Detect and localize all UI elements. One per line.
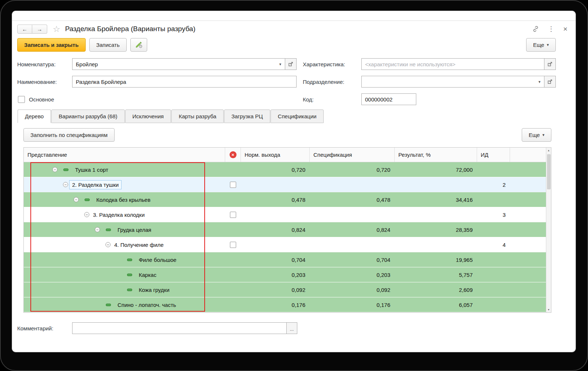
exclude-checkbox[interactable] (230, 182, 236, 188)
tab-6[interactable]: Спецификации (271, 110, 324, 123)
favorite-star-icon[interactable]: ☆ (53, 24, 60, 34)
tree-row[interactable]: Филе большое0,7040,70419,965 (24, 252, 551, 267)
back-button[interactable]: ← (17, 25, 32, 34)
cell-representation: −Грудка целая (24, 227, 225, 233)
tree-node-label: Каркас (139, 272, 156, 278)
tree-node-label: Тушка 1 сорт (75, 167, 108, 173)
cell-norm: 0,478 (241, 197, 310, 203)
cell-representation: −4. Получение филе (24, 242, 225, 248)
tree-node-label: 4. Получение филе (114, 242, 164, 248)
nomenclature-label: Номенклатура: (17, 61, 72, 67)
column-header-norm[interactable]: Норм. выхода (241, 148, 310, 162)
tree-row[interactable]: Кожа грудки0,0920,0922,609 (24, 282, 551, 297)
cell-norm: 0,092 (241, 287, 310, 293)
collapse-icon[interactable]: − (74, 197, 79, 202)
main-checkbox[interactable] (18, 96, 25, 103)
division-input[interactable] (362, 76, 535, 87)
tab-3[interactable]: Исключения (125, 110, 171, 123)
tab-2[interactable]: Варианты разруба (68) (51, 110, 124, 123)
comment-row: Комментарий: ... (17, 322, 556, 334)
tree-row[interactable]: −Тушка 1 сорт0,7200,72072,000 (24, 162, 551, 177)
comment-input[interactable] (72, 323, 286, 334)
tab-4[interactable]: Карты разруба (171, 110, 224, 123)
scrollbar-thumb[interactable] (547, 154, 551, 189)
tree-node-label: Грудка целая (118, 227, 151, 233)
collapse-icon[interactable]: − (105, 242, 111, 247)
characteristic-label: Характеристика: (297, 61, 361, 67)
more-button-panel[interactable]: Еще ▾ (522, 128, 551, 142)
collapse-icon[interactable]: − (63, 182, 68, 187)
name-label: Наименование: (17, 79, 72, 85)
cell-representation: Спино - лопаточ. часть (24, 302, 225, 308)
collapse-icon[interactable]: − (52, 167, 57, 172)
tree-row[interactable]: Каркас0,2030,2035,757 (24, 267, 551, 282)
characteristic-open-icon[interactable] (544, 59, 555, 70)
scroll-up-button[interactable]: ▲ (546, 148, 551, 153)
forward-button[interactable]: → (32, 25, 47, 34)
vertical-scrollbar[interactable]: ▲ ▼ (546, 148, 551, 312)
cell-result: 34,416 (395, 197, 477, 203)
item-icon (63, 168, 68, 171)
cell-spec: 0,720 (310, 167, 395, 173)
tree-row[interactable]: Спино - лопаточ. часть0,1760,1766,057 (24, 297, 551, 312)
panel-toolbar: Заполнить по спецификациям Еще ▾ (23, 128, 551, 142)
tree-node-label: Спино - лопаточ. часть (118, 302, 176, 308)
column-header-filler (510, 148, 551, 162)
tree-row[interactable]: −Грудка целая0,8240,82428,359 (24, 222, 551, 237)
chevron-down-icon: ▾ (542, 133, 544, 137)
column-header-representation[interactable]: Представление (24, 148, 225, 162)
page-title: Разделка Бройлера (Варианты разруба) (65, 25, 196, 33)
close-icon[interactable]: × (563, 25, 567, 33)
tree-row[interactable]: −2. Разделка тушки2 (24, 177, 551, 192)
fill-by-specifications-button[interactable]: Заполнить по спецификациям (23, 128, 115, 142)
tree-row[interactable]: −Колодка без крыльев0,4780,47834,416 (24, 192, 551, 207)
nomenclature-dropdown-icon[interactable]: ▾ (276, 59, 285, 70)
tree-row[interactable]: −3. Разделка колодки3 (24, 207, 551, 222)
cell-spec: 0,478 (310, 197, 395, 203)
tab-1[interactable]: Дерево (18, 110, 51, 123)
item-icon (127, 259, 132, 261)
save-button[interactable]: Записать (89, 38, 127, 52)
tree-table: Представление × Норм. выхода Спецификаци… (23, 147, 551, 313)
item-icon (106, 229, 111, 231)
titlebar-actions: ⋮ × (532, 25, 567, 33)
titlebar: ← → ☆ Разделка Бройлера (Варианты разруб… (12, 21, 576, 37)
link-icon[interactable] (532, 26, 539, 32)
cell-norm: 0,720 (241, 167, 310, 173)
code-input[interactable] (362, 94, 416, 105)
column-header-spec[interactable]: Спецификация (310, 148, 395, 162)
app-window: ← → ☆ Разделка Бройлера (Варианты разруб… (12, 11, 576, 352)
comment-label: Комментарий: (17, 325, 72, 331)
tree-node-label: Кожа грудки (139, 287, 170, 293)
scroll-down-button[interactable]: ▼ (546, 307, 551, 312)
characteristic-input[interactable] (362, 59, 544, 70)
nomenclature-open-icon[interactable] (285, 59, 296, 70)
exclude-checkbox[interactable] (230, 242, 236, 248)
pencil-clock-icon (135, 41, 142, 48)
more-button-top[interactable]: Еще ▾ (526, 38, 556, 52)
more-menu-icon[interactable]: ⋮ (548, 25, 554, 33)
save-and-close-button[interactable]: Записать и закрыть (17, 38, 86, 52)
name-input[interactable] (72, 76, 296, 87)
cell-exclude (225, 212, 241, 218)
name-field (72, 76, 297, 88)
division-open-icon[interactable] (544, 76, 555, 87)
column-header-exclude[interactable]: × (225, 148, 241, 162)
cell-id: 4 (477, 242, 510, 248)
comment-ellipsis-button[interactable]: ... (286, 323, 297, 334)
column-header-id[interactable]: ИД (477, 148, 510, 162)
cell-spec: 0,203 (310, 272, 395, 278)
tab-5[interactable]: Загрузка РЦ (224, 110, 270, 123)
table-body: −Тушка 1 сорт0,7200,72072,000−2. Разделк… (24, 162, 551, 312)
tree-row[interactable]: −4. Получение филе4 (24, 237, 551, 252)
collapse-icon[interactable]: − (95, 227, 100, 232)
collapse-icon[interactable]: − (84, 212, 89, 217)
nomenclature-input[interactable] (72, 59, 276, 70)
history-button[interactable] (130, 38, 147, 52)
main-checkbox-row: Основное (17, 96, 297, 103)
back-icon: ← (22, 26, 27, 32)
column-header-result[interactable]: Результат, % (395, 148, 477, 162)
division-dropdown-icon[interactable]: ▾ (535, 76, 544, 87)
exclude-checkbox[interactable] (230, 212, 236, 218)
cell-result: 5,757 (395, 272, 477, 278)
